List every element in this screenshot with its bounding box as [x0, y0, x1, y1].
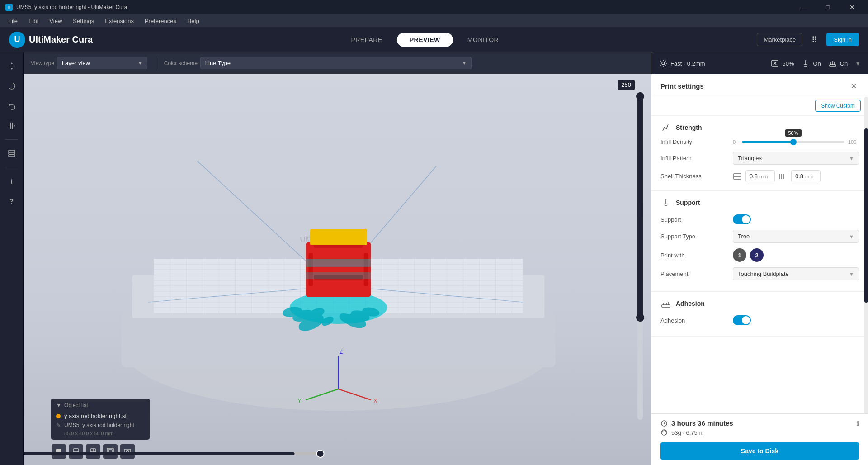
infill-density-thumb[interactable] [790, 139, 797, 145]
move-tool[interactable] [4, 58, 20, 74]
menu-preferences[interactable]: Preferences [140, 16, 181, 26]
rotate-tool[interactable] [4, 78, 20, 94]
svg-rect-57 [364, 253, 368, 286]
adhesion-toggle-row: Adhesion [660, 315, 859, 325]
marketplace-button[interactable]: Marketplace [757, 33, 802, 46]
main-area: i ? View type Layer view ▼ Color scheme … [0, 52, 868, 465]
support-header: Support [660, 197, 859, 208]
object-dimensions: 85.0 x 40.0 x 50.0 mm [56, 430, 145, 436]
scene-background: Ultimaker S5 [24, 74, 651, 465]
menu-extensions[interactable]: Extensions [100, 16, 138, 26]
settings-expand-arrow[interactable]: ▼ [855, 60, 861, 67]
menu-view[interactable]: View [45, 16, 66, 26]
extruder-2-button[interactable]: 2 [750, 248, 764, 262]
signin-button[interactable]: Sign in [826, 33, 859, 46]
menubar: File Edit View Settings Extensions Prefe… [0, 14, 868, 27]
mirror-tool[interactable] [4, 118, 20, 134]
material-icon [660, 429, 668, 436]
tab-preview[interactable]: PREVIEW [397, 33, 453, 47]
tab-monitor[interactable]: MONITOR [455, 33, 511, 47]
print-with-label: Print with [660, 252, 733, 259]
infill-pattern-row: Infill Pattern Triangles ▼ [660, 152, 859, 165]
layer-slider[interactable] [637, 92, 643, 420]
view-type-select[interactable]: Layer view ▼ [57, 57, 147, 69]
adhesion-toggle[interactable] [733, 315, 751, 325]
placement-dropdown[interactable]: Touching Buildplate ▼ [733, 267, 859, 280]
layer-progress-thumb[interactable] [316, 450, 324, 458]
shell-thickness-control: 0.8 mm 0.8 mm [733, 170, 859, 182]
object-list-header[interactable]: ▼ Object list [56, 402, 145, 408]
save-to-disk-button[interactable]: Save to Disk [660, 442, 859, 460]
support-toggle-item[interactable]: On [801, 59, 821, 68]
playback-bar: ▶ [24, 449, 320, 459]
shell-thickness-label: Shell Thickness [660, 173, 733, 180]
infill-min-label: 0 [733, 139, 738, 145]
nav-tabs: PREPARE PREVIEW MONITOR [338, 33, 511, 47]
toolbar-sep [156, 57, 156, 70]
info-button-estimate[interactable]: ℹ [857, 420, 859, 427]
svg-rect-81 [830, 65, 836, 66]
placement-chevron: ▼ [849, 271, 854, 277]
info-button[interactable]: i [4, 173, 20, 189]
print-with-row: Print with 1 2 [660, 248, 859, 262]
support-type-label: Support Type [660, 233, 733, 240]
support-type-dropdown[interactable]: Tree ▼ [733, 230, 859, 243]
object-list-item: y axis rod holder right.stl [56, 411, 145, 421]
layer-slider-bottom-thumb[interactable] [636, 313, 644, 322]
viewport[interactable]: Ultimaker S5 [24, 74, 651, 465]
menu-edit[interactable]: Edit [24, 16, 43, 26]
infill-item[interactable]: 50% [770, 59, 794, 68]
adhesion-toggle-knob [742, 316, 750, 324]
help-button[interactable]: ? [4, 193, 20, 209]
settings-scroll-thumb[interactable] [864, 128, 868, 303]
show-custom-button[interactable]: Show Custom [815, 100, 861, 112]
strength-header: Strength [660, 122, 859, 133]
profile-label: Fast - 0.2mm [670, 60, 705, 67]
tab-prepare[interactable]: PREPARE [338, 33, 395, 47]
placement-row: Placement Touching Buildplate ▼ [660, 267, 859, 280]
maximize-button[interactable]: □ [817, 0, 838, 14]
apps-button[interactable]: ⠿ [808, 33, 821, 47]
time-estimate-row: 3 hours 36 minutes ℹ [660, 419, 859, 427]
view-type-value: Layer view [62, 60, 90, 66]
adhesion-toggle-item[interactable]: On [828, 59, 848, 68]
material-row: 53g · 6.75m [660, 429, 859, 436]
infill-pattern-dropdown[interactable]: Triangles ▼ [733, 152, 859, 165]
settings-profile-item[interactable]: Fast - 0.2mm [659, 59, 705, 68]
layers-tool[interactable] [4, 145, 20, 161]
shell-thickness-input-1[interactable]: 0.8 mm [745, 170, 775, 182]
infill-pattern-value: Triangles [738, 155, 762, 161]
app-name: UltiMaker Cura [29, 34, 93, 45]
menu-file[interactable]: File [4, 16, 22, 26]
support-toggle[interactable] [733, 214, 751, 224]
print-settings-close-button[interactable]: ✕ [848, 81, 859, 91]
extruder-1-button[interactable]: 1 [733, 248, 746, 262]
minimize-button[interactable]: — [793, 0, 814, 14]
close-button[interactable]: ✕ [842, 0, 863, 14]
logo-icon: U [9, 32, 25, 48]
svg-rect-55 [310, 229, 367, 245]
layer-slider-top-thumb[interactable] [636, 92, 644, 100]
settings-scrollbar[interactable] [864, 97, 868, 413]
color-scheme-select[interactable]: Line Type ▼ [200, 57, 472, 69]
infill-max-label: 100 [848, 139, 859, 145]
support-type-value: Tree [738, 233, 750, 240]
support-toggle-knob [742, 215, 750, 223]
infill-density-track[interactable]: 50% [742, 141, 844, 143]
menu-settings[interactable]: Settings [68, 16, 99, 26]
svg-text:Y: Y [297, 398, 301, 404]
shell-thickness-input-2[interactable]: 0.8 mm [791, 170, 821, 182]
titlebar: U UMS5_y axis rod holder right - UltiMak… [0, 0, 868, 14]
infill-density-control: 0 50% 100 [733, 139, 859, 145]
time-estimate-label: 3 hours 36 minutes [671, 419, 733, 427]
app-icon: U [5, 4, 13, 11]
infill-density-fill [742, 141, 793, 143]
menu-help[interactable]: Help [183, 16, 204, 26]
layer-progress-track[interactable] [24, 452, 320, 455]
undo-button[interactable] [4, 98, 20, 114]
svg-rect-59 [306, 259, 371, 267]
adhesion-header: Adhesion [660, 298, 859, 309]
support-toggle-row: Support [660, 214, 859, 224]
object-color-dot [56, 414, 61, 418]
svg-rect-53 [306, 242, 371, 297]
